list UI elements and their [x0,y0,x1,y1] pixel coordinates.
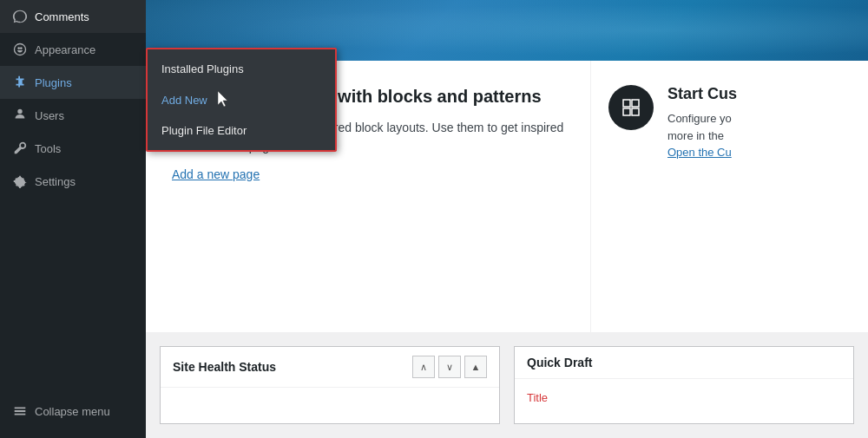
right-body: Configure yo more in the [667,110,737,144]
sidebar-item-label: Appearance [35,43,95,56]
sidebar-item-label: Users [35,109,64,122]
quick-draft-header: Quick Draft [515,347,853,379]
collapse-menu-label: Collapse menu [35,405,110,418]
submenu-plugin-file-editor[interactable]: Plugin File Editor [148,116,335,145]
site-health-collapse-up[interactable]: ∧ [412,356,435,378]
submenu-installed-plugins[interactable]: Installed Plugins [148,55,335,83]
site-health-widget: Site Health Status ∧ ∨ ▲ [160,346,500,424]
site-health-controls: ∧ ∨ ▲ [412,356,487,378]
sidebar-item-tools[interactable]: Tools [0,132,146,165]
right-heading: Start Cus [667,85,737,103]
customizer-icon [621,97,641,118]
sidebar-item-settings[interactable]: Settings [0,165,146,198]
quick-draft-body: Title [515,379,853,415]
sidebar-item-label: Plugins [35,76,72,89]
site-health-hide[interactable]: ▲ [464,356,487,378]
quick-draft-widget: Quick Draft Title [514,346,854,424]
plugins-icon [12,75,28,90]
comments-icon [12,9,28,24]
collapse-menu[interactable]: Collapse menu [0,395,146,428]
sidebar-item-comments[interactable]: Comments [0,0,146,33]
add-new-page-link[interactable]: Add a new page [172,167,564,181]
users-icon [12,108,28,123]
cursor-icon [218,91,232,108]
site-health-collapse-down[interactable]: ∨ [438,356,461,378]
open-customizer-link[interactable]: Open the Cu [667,146,732,159]
site-health-header: Site Health Status ∧ ∨ ▲ [161,347,499,388]
sidebar-item-plugins[interactable]: Plugins [0,66,146,99]
plugins-submenu: Installed Plugins Add New Plugin File Ed… [146,48,337,152]
appearance-icon [12,42,28,57]
right-panel: Start Cus Configure yo more in the Open … [590,61,868,332]
sidebar-item-appearance[interactable]: Appearance [0,33,146,66]
settings-icon [12,173,28,189]
tools-icon [12,141,28,156]
widgets-row: Site Health Status ∧ ∨ ▲ Quick Draft Tit… [146,332,868,438]
submenu-add-new[interactable]: Add New [148,83,335,116]
collapse-icon [12,403,28,419]
sidebar-item-label: Tools [35,142,61,155]
sidebar-item-label: Settings [35,175,76,188]
site-health-body [161,388,499,409]
sidebar-item-users[interactable]: Users [0,99,146,132]
add-new-label: Add New [161,94,207,107]
right-panel-text: Start Cus Configure yo more in the Open … [667,85,737,160]
sidebar: Comments Appearance Plugins Users Tools … [0,0,146,438]
site-health-title: Site Health Status [173,360,276,374]
quick-draft-field-label: Title [527,391,548,404]
customizer-icon-circle [608,85,654,130]
sidebar-item-label: Comments [35,10,89,23]
quick-draft-title: Quick Draft [527,356,592,369]
